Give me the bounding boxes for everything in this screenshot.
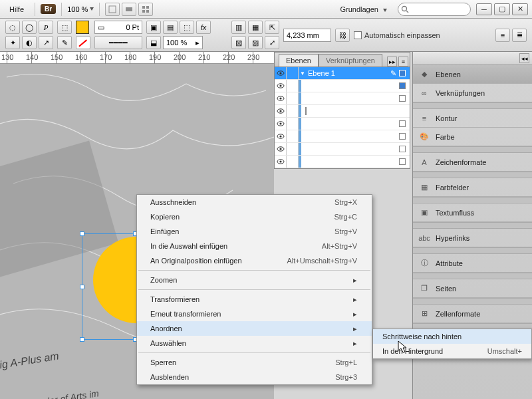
fill-swatch[interactable]	[76, 21, 89, 34]
fx-btn-4[interactable]: ✦	[5, 36, 20, 49]
lock-toggle[interactable]	[287, 92, 299, 104]
layer-row[interactable]	[275, 143, 410, 156]
screen-mode-button[interactable]	[122, 3, 136, 16]
tab-layers[interactable]: Ebenen	[279, 54, 319, 66]
visibility-toggle[interactable]	[275, 143, 287, 155]
panel-toggle-2[interactable]: ≣	[512, 29, 527, 42]
menu-item-transformieren[interactable]: Transformieren▸	[137, 292, 372, 307]
menu-item-einfügen[interactable]: EinfügenStrg+V	[137, 224, 372, 239]
stroke-style-button[interactable]: ━━━━	[94, 36, 142, 49]
fx-btn-3[interactable]: P	[39, 21, 53, 34]
color-chip[interactable]	[399, 70, 406, 76]
handle-w[interactable]	[80, 285, 84, 289]
menu-item-erneut-transformieren[interactable]: Erneut transformieren▸	[137, 307, 372, 321]
handle-nw[interactable]	[80, 231, 84, 236]
disclosure-triangle[interactable]: ▼	[299, 70, 305, 76]
color-chip[interactable]	[399, 95, 406, 102]
menu-item-ausblenden[interactable]: AusblendenStrg+3	[137, 370, 372, 384]
fit-btn-6[interactable]: ⤢	[265, 36, 279, 49]
lock-toggle[interactable]	[287, 143, 299, 155]
color-chip[interactable]	[399, 82, 406, 89]
dock-item-hyperlinks[interactable]: abcHyperlinks	[413, 229, 532, 247]
handle-sw[interactable]	[80, 337, 84, 342]
stroke-swatch[interactable]	[76, 36, 90, 49]
misc-btn-3[interactable]: ⬚	[180, 21, 194, 34]
panel-toggle-1[interactable]: ≡	[495, 29, 510, 42]
toolgrid-b2[interactable]: ✎	[57, 36, 72, 49]
maximize-button[interactable]: ▢	[494, 3, 510, 15]
menu-item-in-die-auswahl-einfügen[interactable]: In die Auswahl einfügenAlt+Strg+V	[137, 239, 372, 253]
layer-row[interactable]	[275, 105, 410, 118]
layer-row[interactable]	[275, 92, 410, 105]
lock-toggle[interactable]	[287, 80, 299, 92]
dock-item-seiten[interactable]: ❐Seiten	[413, 279, 532, 298]
opacity-field[interactable]: 100 %▸	[163, 36, 203, 49]
visibility-toggle[interactable]	[275, 130, 287, 142]
menu-help[interactable]: Hilfe	[4, 3, 29, 16]
fx-btn-5[interactable]: ◐	[22, 36, 37, 49]
menu-item-sperren[interactable]: SperrenStrg+L	[137, 355, 372, 370]
lock-toggle[interactable]	[287, 118, 299, 130]
submenu-item-schrittweise-nach-hinten[interactable]: Schrittweise nach hinten	[373, 329, 531, 344]
color-chip[interactable]	[305, 107, 307, 115]
horizontal-ruler[interactable]: 130140150160170180190200210220230	[0, 52, 274, 64]
menu-item-anordnen[interactable]: Anordnen▸	[137, 321, 372, 336]
layer-row[interactable]	[275, 80, 410, 92]
color-chip[interactable]	[399, 120, 406, 127]
color-chip[interactable]	[399, 146, 406, 152]
view-options-button[interactable]	[105, 3, 120, 16]
fit-btn-1[interactable]: ▥	[231, 21, 246, 34]
panel-collapse-button[interactable]: ▸▸	[387, 57, 397, 66]
dock-item-textumfluss[interactable]: ▣Textumfluss	[413, 203, 532, 222]
fit-btn-2[interactable]: ▦	[248, 21, 263, 34]
dock-item-kontur[interactable]: ≡Kontur	[413, 109, 532, 128]
layer-row[interactable]: ▼ Ebene 1 ✎	[275, 67, 410, 80]
misc-btn-4[interactable]: fx	[196, 21, 211, 34]
close-button[interactable]: ✕	[512, 3, 528, 15]
color-chip[interactable]	[399, 158, 406, 165]
color-chip[interactable]	[399, 133, 406, 140]
layer-row[interactable]	[275, 118, 410, 130]
arrange-docs-button[interactable]	[138, 3, 153, 16]
tab-links[interactable]: Verknüpfungen	[319, 54, 382, 66]
dock-item-verknüpfungen[interactable]: ∞Verknüpfungen	[413, 84, 532, 102]
link-fields-button[interactable]: ⛓	[335, 29, 350, 42]
panel-menu-button[interactable]: ≡	[398, 57, 408, 66]
visibility-toggle[interactable]	[275, 156, 287, 168]
dock-item-farbe[interactable]: 🎨Farbe	[413, 128, 532, 146]
workspace-switcher[interactable]: Grundlagen	[334, 3, 392, 16]
layer-row[interactable]	[275, 130, 410, 143]
visibility-toggle[interactable]	[275, 92, 287, 104]
measurement-field[interactable]: 4,233 mm	[283, 29, 331, 42]
dock-item-zeichenformate[interactable]: AZeichenformate	[413, 153, 532, 172]
fx-btn-6[interactable]: ↗	[39, 36, 53, 49]
misc-btn-2[interactable]: ▤	[163, 21, 178, 34]
menu-item-kopieren[interactable]: KopierenStrg+C	[137, 209, 372, 224]
dock-item-attribute[interactable]: ⓘAttribute	[413, 254, 532, 273]
lock-toggle[interactable]	[287, 156, 299, 168]
visibility-toggle[interactable]	[275, 118, 287, 130]
stroke-weight-field[interactable]: ▭0 Pt	[94, 21, 142, 34]
fit-btn-3[interactable]: ⇱	[265, 21, 279, 34]
bridge-chip[interactable]: Br	[41, 4, 56, 14]
fx-btn-1[interactable]: ◌	[5, 21, 20, 34]
fit-btn-4[interactable]: ▧	[231, 36, 246, 49]
autofit-checkbox[interactable]: Automatisch einpassen	[354, 31, 440, 39]
zoom-field[interactable]: 100 %	[67, 5, 94, 13]
lock-toggle[interactable]	[287, 130, 299, 142]
dock-expand-button[interactable]: ◂◂	[519, 53, 529, 63]
lock-toggle[interactable]	[287, 105, 299, 117]
visibility-toggle[interactable]	[275, 67, 287, 79]
dock-item-zellenformate[interactable]: ⊞Zellenformate	[413, 305, 532, 323]
menu-item-ausschneiden[interactable]: AusschneidenStrg+X	[137, 195, 372, 209]
misc-btn-1[interactable]: ▣	[146, 21, 161, 34]
submenu-item-in-den-hintergrund[interactable]: In den HintergrundUmschalt+	[373, 344, 531, 358]
visibility-toggle[interactable]	[275, 80, 287, 92]
dock-item-farbfelder[interactable]: ▦Farbfelder	[413, 178, 532, 197]
menu-item-zoomen[interactable]: Zoomen▸	[137, 273, 372, 287]
menu-item-an-originalposition-einfügen[interactable]: An Originalposition einfügenAlt+Umschalt…	[137, 253, 372, 268]
minimize-button[interactable]: ─	[476, 3, 492, 15]
lock-toggle[interactable]	[287, 67, 299, 79]
layer-row[interactable]	[275, 156, 410, 168]
dock-item-ebenen[interactable]: ◆Ebenen	[413, 65, 532, 84]
